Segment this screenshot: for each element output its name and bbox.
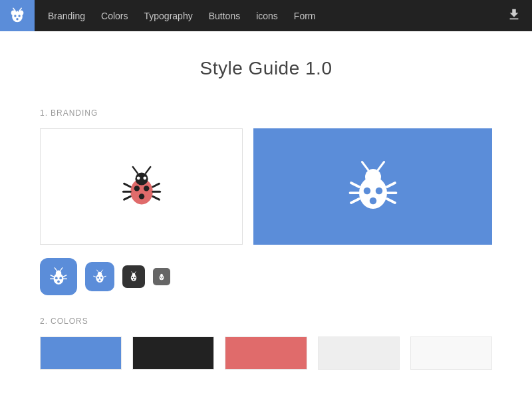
svg-line-55: [97, 270, 98, 272]
svg-point-59: [132, 277, 133, 278]
svg-point-68: [161, 278, 162, 279]
svg-point-61: [133, 279, 134, 280]
swatch-blue: [40, 336, 122, 370]
svg-line-62: [132, 272, 133, 273]
swatch-black: [132, 336, 214, 370]
branding-number: 1.: [40, 108, 48, 118]
bug-icon-nav: [8, 7, 27, 25]
icon-badge-small: [122, 265, 145, 288]
brand-card-dark: [253, 128, 492, 245]
svg-point-28: [369, 197, 376, 204]
svg-line-19: [152, 184, 159, 187]
nav-logo: [0, 0, 35, 31]
svg-line-23: [146, 167, 150, 174]
svg-line-42: [51, 275, 53, 277]
svg-point-38: [56, 270, 62, 276]
svg-point-40: [59, 277, 62, 279]
svg-line-35: [362, 162, 368, 170]
svg-point-14: [144, 186, 149, 191]
svg-point-49: [98, 272, 102, 276]
svg-point-65: [160, 274, 163, 277]
swatch-light-gray: [318, 336, 400, 370]
svg-line-36: [378, 162, 384, 170]
svg-point-12: [143, 176, 146, 180]
svg-point-15: [138, 194, 144, 199]
branding-heading: 1.BRANDING: [40, 108, 492, 118]
branding-section: 1.BRANDING: [40, 108, 492, 295]
svg-point-60: [134, 277, 136, 278]
svg-point-25: [365, 169, 381, 185]
svg-point-58: [132, 273, 136, 277]
svg-line-44: [63, 275, 66, 277]
svg-line-22: [132, 167, 137, 174]
svg-point-13: [134, 186, 139, 191]
svg-point-41: [57, 281, 60, 283]
icon-badge-xsmall: [153, 268, 170, 285]
svg-point-4: [14, 15, 16, 17]
nav-links: Branding Colors Typography Buttons icons…: [48, 11, 507, 21]
bug-icon-dark: [343, 157, 403, 217]
color-swatches: [40, 336, 492, 370]
svg-point-5: [18, 15, 20, 17]
svg-line-34: [387, 199, 395, 203]
colors-section: 2.COLORS: [40, 317, 492, 370]
colors-heading: 2.COLORS: [40, 317, 492, 326]
colors-number: 2.: [40, 317, 48, 326]
svg-point-52: [99, 279, 101, 281]
swatch-red: [225, 336, 307, 370]
svg-point-67: [162, 277, 164, 278]
svg-point-66: [160, 277, 162, 278]
svg-line-53: [94, 276, 96, 277]
icon-badge-medium: [85, 262, 114, 291]
main-content: Style Guide 1.0 1.BRANDING: [0, 31, 532, 399]
page-title: Style Guide 1.0: [40, 58, 492, 79]
svg-rect-3: [16, 11, 18, 13]
svg-line-18: [124, 196, 130, 200]
nav-link-icons[interactable]: icons: [256, 11, 278, 21]
colors-label: COLORS: [51, 317, 88, 326]
download-icon[interactable]: [507, 7, 521, 25]
svg-line-29: [351, 183, 359, 187]
svg-line-63: [135, 272, 136, 273]
svg-point-11: [136, 176, 140, 180]
branding-cards: [40, 128, 492, 245]
nav-link-branding[interactable]: Branding: [48, 11, 85, 21]
nav-link-colors[interactable]: Colors: [101, 11, 128, 21]
svg-point-6: [16, 17, 18, 19]
svg-line-31: [351, 199, 359, 203]
svg-point-26: [363, 187, 370, 194]
bug-icon-light: [118, 163, 166, 211]
branding-label: BRANDING: [51, 108, 98, 118]
svg-line-32: [387, 183, 395, 187]
swatch-off-white: [410, 336, 492, 370]
nav-link-typography[interactable]: Typography: [144, 11, 193, 21]
svg-line-47: [61, 268, 63, 271]
icon-badge-large: [40, 258, 77, 295]
svg-point-51: [100, 277, 102, 279]
svg-point-27: [375, 187, 382, 194]
brand-icons-row: [40, 258, 492, 295]
svg-line-56: [101, 270, 102, 272]
nav-link-form[interactable]: Form: [294, 11, 316, 21]
svg-line-16: [124, 184, 130, 187]
svg-line-54: [104, 276, 106, 277]
svg-point-39: [55, 277, 58, 279]
svg-line-46: [55, 268, 57, 271]
navbar: Branding Colors Typography Buttons icons…: [0, 0, 532, 31]
brand-card-light: [40, 128, 243, 245]
svg-point-50: [97, 277, 99, 279]
nav-link-buttons[interactable]: Buttons: [209, 11, 240, 21]
svg-line-21: [152, 196, 159, 200]
